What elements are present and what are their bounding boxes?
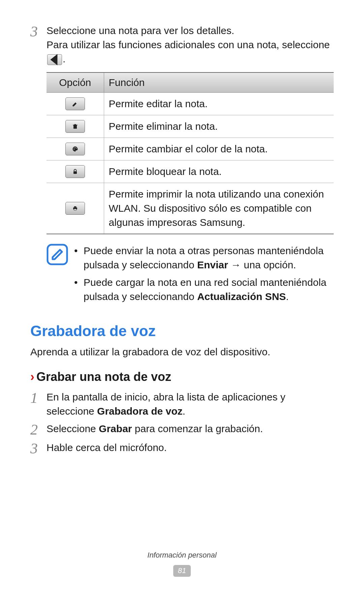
table-header-row: Opción Función	[47, 73, 334, 93]
svg-point-4	[73, 149, 74, 150]
page-footer: Información personal 81	[0, 550, 364, 577]
step-number: 3	[30, 441, 47, 456]
table-row: Permite bloquear la nota.	[47, 160, 334, 183]
row-func: Permite editar la nota.	[104, 93, 334, 115]
step3-line2b: .	[63, 53, 65, 64]
note-list: Puede enviar la nota a otras personas ma…	[74, 244, 334, 307]
th-option: Opción	[47, 73, 104, 93]
step-3: 3 Seleccione una nota para ver los detal…	[30, 24, 334, 66]
s2-bold: Grabar	[99, 423, 132, 434]
print-icon	[65, 202, 85, 215]
edit-icon	[65, 97, 85, 110]
table-row: Permite imprimir la nota utilizando una …	[47, 183, 334, 234]
note2-bold: Actualización SNS	[197, 291, 286, 302]
svg-rect-9	[48, 245, 67, 264]
step-body: Hable cerca del micrófono.	[47, 441, 334, 455]
note1-b: → una opción.	[228, 259, 296, 270]
triangle-left-icon	[47, 54, 62, 65]
row-func: Permite imprimir la nota utilizando una …	[104, 183, 334, 234]
svg-rect-5	[73, 171, 77, 174]
sub-title-text: Grabar una nota de voz	[36, 370, 171, 384]
note1-bold: Enviar	[197, 259, 228, 270]
subsection-title: ›Grabar una nota de voz	[30, 368, 334, 385]
step-2: 2 Seleccione Grabar para comenzar la gra…	[30, 422, 334, 437]
s2-b: para comenzar la grabación.	[132, 423, 263, 434]
row-func: Permite bloquear la nota.	[104, 160, 334, 183]
s2-a: Seleccione	[47, 423, 99, 434]
step-body: En la pantalla de inicio, abra la lista …	[47, 390, 334, 418]
s1-b: .	[183, 406, 185, 417]
row-func: Permite eliminar la nota.	[104, 115, 334, 138]
svg-rect-8	[74, 209, 76, 210]
section-title: Grabadora de voz	[30, 321, 334, 341]
s1-bold: Grabadora de voz	[97, 406, 182, 417]
step-body: Seleccione una nota para ver los detalle…	[47, 24, 334, 66]
note-info-icon	[47, 244, 68, 265]
th-function: Función	[104, 73, 334, 93]
svg-point-3	[76, 148, 77, 148]
svg-marker-0	[50, 54, 57, 65]
delete-icon	[65, 120, 85, 133]
palette-icon	[65, 143, 85, 155]
svg-point-2	[75, 147, 75, 148]
step-number: 1	[30, 390, 47, 406]
svg-rect-7	[74, 206, 76, 207]
note2-b: .	[286, 291, 289, 302]
step3-line2: Para utilizar las funciones adicionales …	[47, 38, 334, 66]
svg-point-1	[73, 148, 74, 148]
step-1: 1 En la pantalla de inicio, abra la list…	[30, 390, 334, 418]
step-number: 2	[30, 422, 47, 437]
table-row: Permite eliminar la nota.	[47, 115, 334, 138]
note-block: Puede enviar la nota a otras personas ma…	[47, 244, 334, 307]
footer-label: Información personal	[0, 550, 364, 561]
step-3b: 3 Hable cerca del micrófono.	[30, 441, 334, 456]
lock-icon	[65, 165, 85, 178]
step3-line2a: Para utilizar las funciones adicionales …	[47, 39, 330, 50]
chevron-right-icon: ›	[30, 370, 34, 384]
note-item: Puede cargar la nota en una red social m…	[74, 275, 334, 304]
options-table: Opción Función Permite editar la nota. P…	[47, 72, 334, 234]
section-desc: Aprenda a utilizar la grabadora de voz d…	[30, 345, 334, 359]
step-body: Seleccione Grabar para comenzar la graba…	[47, 422, 334, 436]
page-number: 81	[173, 565, 191, 577]
note-item: Puede enviar la nota a otras personas ma…	[74, 244, 334, 272]
table-row: Permite editar la nota.	[47, 93, 334, 115]
table-row: Permite cambiar el color de la nota.	[47, 138, 334, 160]
step3-line1: Seleccione una nota para ver los detalle…	[47, 24, 334, 38]
row-func: Permite cambiar el color de la nota.	[104, 138, 334, 160]
step-number: 3	[30, 24, 47, 39]
